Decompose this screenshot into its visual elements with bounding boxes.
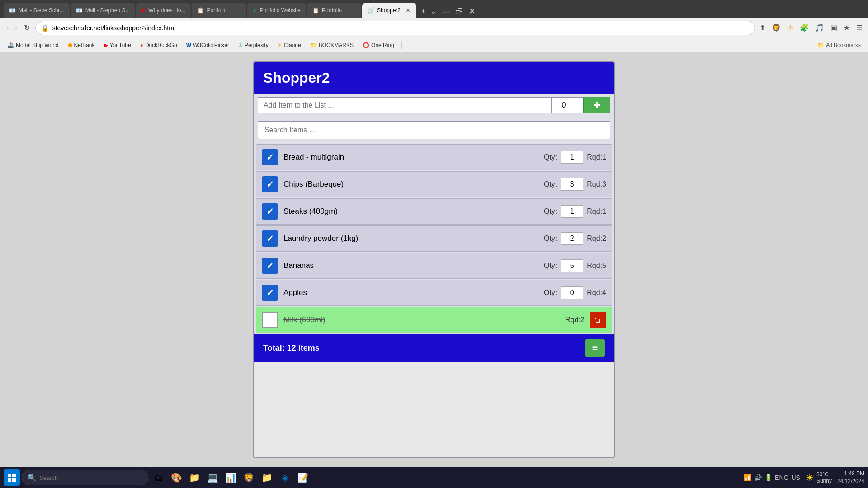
bookmark-model-ship[interactable]: 🚢 Model Ship World: [4, 41, 62, 49]
bookmark-one-ring[interactable]: ⭕ One Ring: [359, 41, 398, 49]
current-date: 24/12/2024: [837, 478, 864, 485]
taskbar-icon-terminal[interactable]: 💻: [204, 469, 221, 486]
region-label: US: [791, 474, 800, 481]
add-item-input[interactable]: [258, 97, 552, 113]
bookmark-duckduckgo[interactable]: ● DuckDuckGo: [137, 41, 181, 49]
tab-actions: + ⌄ — 🗗 ✕: [419, 5, 478, 18]
share-button[interactable]: ⬆: [758, 22, 767, 34]
svg-rect-2: [8, 478, 11, 482]
bookmark-w3color[interactable]: W W3ColorPicker: [183, 41, 233, 49]
start-button[interactable]: [4, 469, 20, 486]
tab-bar: 📧 Mail - Steve Schr... 📧 Mail - Stephen …: [0, 0, 868, 18]
bookmark-icon: 📁: [310, 42, 317, 48]
menu-button[interactable]: ☰: [854, 22, 864, 34]
bookmark-icon: W: [186, 42, 191, 48]
delete-button[interactable]: 🗑: [590, 312, 606, 328]
list-item: ✓BananasQty:Rqd:5: [256, 253, 612, 279]
list-item: ✓Chips (Barbeque)Qty:Rqd:3: [256, 171, 612, 197]
tab-close-button[interactable]: ✕: [406, 7, 411, 14]
sidebar-button[interactable]: ▣: [829, 22, 839, 34]
app-header: Shopper2: [254, 62, 614, 94]
taskbar-icon-paint[interactable]: 🎨: [168, 469, 184, 486]
search-icon: 🔍: [28, 474, 37, 482]
tab-portfolio-nb[interactable]: 📋 Portfolio: [192, 3, 246, 18]
tab-shopper2[interactable]: 🛒 Shopper2 ✕: [362, 3, 416, 18]
tab-title: Portfolio Website: [259, 7, 301, 14]
taskbar: 🔍 🗂 🎨 📁 💻 📊 🦁 📁 ◈ 📝: [0, 467, 868, 488]
item-checkbox[interactable]: ✓: [262, 176, 278, 192]
address-bar[interactable]: 🔒: [35, 21, 755, 35]
bookmark-label: DuckDuckGo: [145, 42, 177, 48]
item-checkbox[interactable]: ✓: [262, 149, 278, 165]
bookmark-claude[interactable]: ✳ Claude: [274, 41, 305, 49]
tab-list-button[interactable]: ⌄: [429, 6, 438, 17]
volume-icon[interactable]: 🔊: [754, 474, 762, 481]
tab-mail-stephen[interactable]: 📧 Mail - Stephen S...: [71, 3, 136, 18]
qty-field[interactable]: [561, 178, 583, 191]
item-name: Laundry powder (1kg): [283, 234, 538, 243]
qty-section: Qty:Rqd:1: [544, 151, 606, 164]
taskbar-icon-folder2[interactable]: 📁: [259, 469, 275, 486]
footer-action-button[interactable]: ≡: [585, 339, 605, 357]
extensions-button[interactable]: 🧩: [798, 22, 811, 34]
rqd-text: Rqd:3: [587, 180, 606, 188]
qty-field[interactable]: [561, 286, 583, 299]
tab-portfolio2[interactable]: 📋 Portfolio: [307, 3, 361, 18]
qty-section: Qty:Rqd:1: [544, 205, 606, 218]
alert-button[interactable]: ⚠: [785, 22, 795, 34]
bookmark-label: Model Ship World: [16, 42, 59, 48]
battery-icon[interactable]: 🔋: [764, 474, 772, 481]
add-item-button[interactable]: +: [583, 97, 610, 113]
close-window-button[interactable]: ✕: [467, 5, 477, 18]
restore-button[interactable]: 🗗: [453, 5, 465, 18]
tab-youtube[interactable]: ▶ Why does Ho...: [136, 3, 191, 18]
brave-shield-button[interactable]: 🦁: [770, 22, 783, 34]
security-icon: 🔒: [41, 24, 49, 32]
music-button[interactable]: 🎵: [813, 22, 826, 34]
taskbar-icon-notepad[interactable]: 📝: [295, 469, 311, 486]
bookmark-bookmarks[interactable]: 📁 BOOKMARKS: [307, 41, 357, 49]
taskbar-icon-files[interactable]: 📊: [222, 469, 239, 486]
new-tab-button[interactable]: +: [419, 5, 428, 18]
reload-button[interactable]: ↻: [21, 22, 33, 34]
taskbar-icon-folder[interactable]: 📁: [186, 469, 203, 486]
list-item: Milk (600ml)Rqd:2🗑: [256, 307, 612, 333]
tab-mail-steve[interactable]: 📧 Mail - Steve Schr...: [4, 3, 70, 18]
svg-rect-1: [12, 474, 16, 477]
item-checkbox[interactable]: ✓: [262, 203, 278, 220]
bookmark-netbank[interactable]: ⬟ NetBank: [64, 41, 99, 49]
item-checkbox[interactable]: [262, 312, 278, 328]
taskbar-search-bar[interactable]: 🔍: [22, 470, 148, 485]
qty-field[interactable]: [561, 205, 583, 218]
minimize-button[interactable]: —: [440, 5, 452, 18]
bookmark-icon: ●: [140, 42, 143, 48]
item-checkbox[interactable]: ✓: [262, 285, 278, 301]
bookmark-perplexity[interactable]: ✳ Perplexity: [235, 41, 272, 49]
list-item: ✓Laundry powder (1kg)Qty:Rqd:2: [256, 225, 612, 252]
item-checkbox[interactable]: ✓: [262, 258, 278, 274]
bookmark-icon: ⭕: [363, 42, 369, 48]
folder-icon: 📁: [189, 472, 200, 483]
forward-button[interactable]: ›: [12, 22, 20, 34]
taskbar-icon-brave[interactable]: 🦁: [241, 469, 257, 486]
taskbar-search-input[interactable]: [39, 474, 130, 481]
rqd-text: Rqd:1: [587, 153, 606, 161]
search-items-input[interactable]: [258, 121, 610, 139]
svg-rect-3: [12, 478, 16, 482]
leo-button[interactable]: ★: [842, 22, 852, 34]
address-input[interactable]: [52, 24, 749, 32]
item-name: Bread - multigrain: [283, 153, 538, 162]
back-button[interactable]: ‹: [4, 22, 11, 34]
qty-field[interactable]: [561, 151, 583, 164]
bookmark-youtube[interactable]: ▶ YouTube: [100, 41, 135, 49]
item-checkbox[interactable]: ✓: [262, 230, 278, 247]
add-qty-input[interactable]: [552, 97, 583, 113]
qty-field[interactable]: [561, 259, 583, 272]
taskbar-icon-vscode[interactable]: ◈: [277, 469, 293, 486]
time-widget[interactable]: 1:48 PM 24/12/2024: [837, 470, 864, 485]
qty-field[interactable]: [561, 232, 583, 245]
tab-portfolio-web[interactable]: ✳ Portfolio Website: [247, 3, 306, 18]
taskbar-icon-explorer[interactable]: 🗂: [150, 469, 166, 486]
network-icon[interactable]: 📶: [744, 474, 751, 481]
all-bookmarks-button[interactable]: 📁 All Bookmarks: [814, 41, 864, 49]
